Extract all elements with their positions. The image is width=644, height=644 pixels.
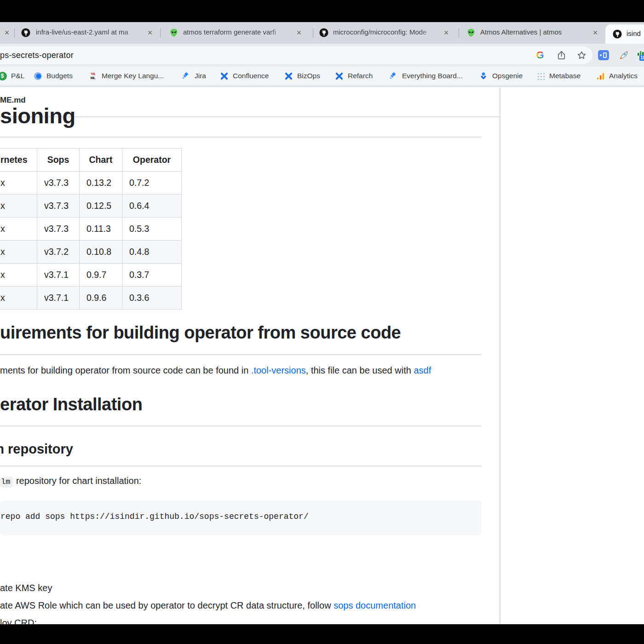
extension-badge-10-icon[interactable]: 10 xyxy=(636,50,644,61)
bookmarks-bar: $ P&L Budgets YAML Merge Key Langu... Ji… xyxy=(0,67,644,86)
helm-repo-add-command: repo add sops https://isindir.github.io/… xyxy=(0,512,309,521)
board-icon xyxy=(389,71,398,80)
github-icon xyxy=(613,29,622,39)
readme-content: ME.md sioning rnetes Sops Chart Operator… xyxy=(0,87,644,644)
table-row: xv3.7.10.9.60.3.6 xyxy=(0,287,182,310)
tag-dot xyxy=(600,54,602,56)
confluence-icon xyxy=(219,71,229,80)
address-bar[interactable]: ps-secrets-operator xyxy=(0,46,592,64)
table-row: xv3.7.10.9.70.3.7 xyxy=(0,264,182,287)
helm-inline-code: lm xyxy=(0,477,13,488)
tab-divider xyxy=(14,28,15,38)
col-kubernetes: rnetes xyxy=(0,149,37,172)
github-icon xyxy=(319,28,328,37)
bookmark-confluence[interactable]: Confluence xyxy=(219,67,269,85)
close-tab-icon[interactable]: × xyxy=(294,27,304,38)
bookmark-bizops[interactable]: BizOps xyxy=(284,67,320,85)
browser-toolbar: ps-secrets-operator G 10 xyxy=(0,44,644,67)
github-icon xyxy=(21,28,30,37)
alien-icon xyxy=(169,28,178,37)
tab-title: infra-live/us-east-2.yaml at ma xyxy=(36,28,143,36)
bookmark-everything-board[interactable]: Everything Board... xyxy=(389,67,463,85)
google-icon[interactable]: G xyxy=(535,50,546,61)
step-create-aws-role: ate AWS Role which can be used by operat… xyxy=(0,600,416,611)
alien-icon xyxy=(466,28,476,37)
browser-window: × infra-live/us-east-2.yaml at ma × atmo… xyxy=(0,0,644,644)
versions-table: rnetes Sops Chart Operator xv3.7.30.13.2… xyxy=(0,148,182,310)
tab-isindir-active[interactable]: isind xyxy=(605,24,644,44)
requirements-paragraph: ments for building operator from source … xyxy=(0,365,431,376)
table-row: xv3.7.20.10.80.4.8 xyxy=(0,241,182,264)
file-viewer-right-border xyxy=(500,87,500,624)
table-row: xv3.7.30.13.20.7.2 xyxy=(0,172,182,195)
close-tab-icon[interactable]: × xyxy=(442,27,451,38)
helm-paragraph: lm repository for chart installation: xyxy=(0,476,141,488)
share-icon[interactable] xyxy=(556,50,567,61)
yaml-icon: YAML xyxy=(88,71,98,80)
pnl-icon: $ xyxy=(0,71,7,80)
tab-title: microconfig/microconfig: Mode xyxy=(333,28,438,36)
col-sops: Sops xyxy=(37,149,80,172)
count-badge: 10 xyxy=(639,55,644,61)
tool-versions-link[interactable]: .tool-versions xyxy=(251,365,306,375)
bookmark-jira[interactable]: Jira xyxy=(181,67,206,85)
bookmark-refarch[interactable]: Refarch xyxy=(334,67,373,85)
analytics-icon xyxy=(596,71,605,80)
bizops-icon xyxy=(284,71,293,80)
refarch-icon xyxy=(334,71,344,80)
code-block[interactable]: repo add sops https://isindir.github.io/… xyxy=(0,500,482,535)
table-row: xv3.7.30.11.30.5.3 xyxy=(0,218,182,241)
step-create-kms-key: ate KMS key xyxy=(0,583,52,593)
close-tab-icon[interactable]: × xyxy=(2,27,12,38)
col-chart: Chart xyxy=(80,149,122,172)
url-text[interactable]: ps-secrets-operator xyxy=(0,46,74,64)
tab-title: atmos terraform generate varfi xyxy=(183,28,288,36)
bookmark-opsgenie[interactable]: Opsgenie xyxy=(479,67,523,85)
tab-strip: × infra-live/us-east-2.yaml at ma × atmo… xyxy=(0,22,644,44)
tab-title: Atmos Alternatives | atmos xyxy=(480,28,585,36)
bookmark-metabase[interactable]: Metabase xyxy=(536,67,581,85)
bookmark-budgets[interactable]: Budgets xyxy=(33,67,73,85)
asdf-link[interactable]: asdf xyxy=(414,365,431,375)
budgets-icon xyxy=(33,71,42,80)
extension-tag-icon[interactable] xyxy=(598,50,609,61)
heading-underline xyxy=(0,137,482,138)
heading-versioning: sioning xyxy=(0,103,75,128)
page-top-border xyxy=(0,86,644,87)
bookmark-analytics[interactable]: Analytics xyxy=(596,67,638,85)
heading-underline xyxy=(0,466,482,466)
col-operator: Operator xyxy=(122,149,182,172)
opsgenie-icon xyxy=(479,71,488,80)
metabase-icon xyxy=(536,71,545,80)
sops-documentation-link[interactable]: sops documentation xyxy=(334,600,416,610)
tag-frame xyxy=(603,52,607,58)
heading-operator-installation: erator Installation xyxy=(0,395,142,414)
heading-add-helm-repository: m repository xyxy=(0,442,73,457)
tab-divider xyxy=(313,28,313,38)
letterbox-bottom xyxy=(0,624,644,644)
bookmark-merge-key-language[interactable]: YAML Merge Key Langu... xyxy=(88,67,164,85)
close-tab-icon[interactable]: × xyxy=(591,27,600,38)
heading-underline xyxy=(0,426,482,426)
rocket-icon[interactable] xyxy=(618,50,629,61)
jira-icon xyxy=(181,71,190,80)
table-header-row: rnetes Sops Chart Operator xyxy=(0,149,182,172)
bookmark-pnl[interactable]: $ P&L xyxy=(0,67,24,85)
close-tab-icon[interactable]: × xyxy=(145,27,155,38)
tab-divider xyxy=(459,28,459,38)
table-row: xv3.7.30.12.50.6.4 xyxy=(0,195,182,218)
tab-divider xyxy=(160,28,161,38)
bookmark-star-icon[interactable] xyxy=(576,50,587,61)
letterbox-top xyxy=(0,0,644,22)
tab-title: isind xyxy=(627,29,644,37)
heading-requirements: uirements for building operator from sou… xyxy=(0,323,401,343)
heading-underline xyxy=(0,354,482,355)
